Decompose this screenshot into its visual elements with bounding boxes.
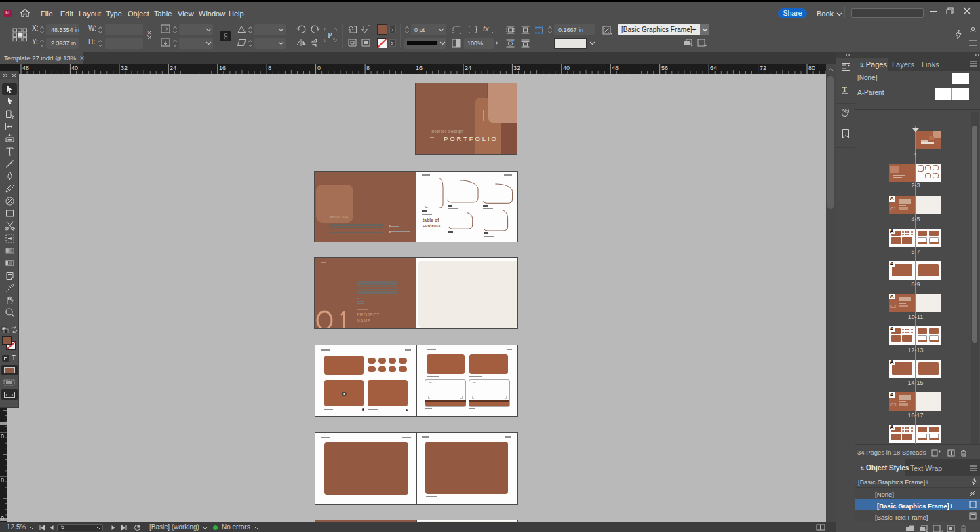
svg-text:T: T [842, 85, 848, 93]
svg-text:P: P [328, 31, 332, 40]
